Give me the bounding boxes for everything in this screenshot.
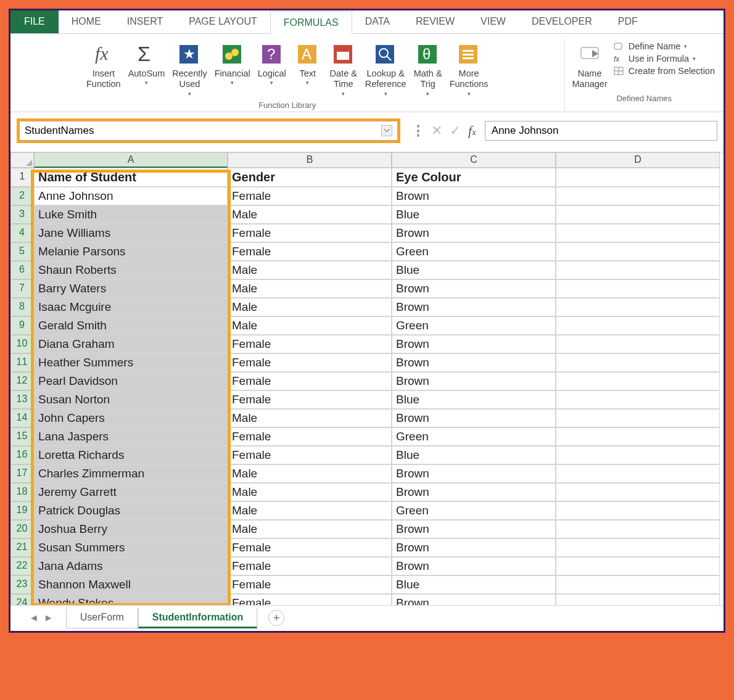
row-header-24[interactable]: 24 <box>10 594 34 605</box>
cell-b22[interactable]: Female <box>228 557 392 575</box>
cell-b8[interactable]: Male <box>228 298 392 316</box>
cell-c17[interactable]: Brown <box>392 464 556 483</box>
tab-file[interactable]: FILE <box>10 10 59 33</box>
row-header-11[interactable]: 11 <box>10 353 34 372</box>
cell-a8[interactable]: Isaac Mcguire <box>34 298 228 316</box>
cell-a2[interactable]: Anne Johnson <box>34 187 228 205</box>
cell-d15[interactable] <box>556 427 720 446</box>
sheet-tab-studentinformation[interactable]: StudentInformation <box>138 608 258 628</box>
cell-c8[interactable]: Brown <box>392 298 556 316</box>
cell-b4[interactable]: Female <box>228 224 392 242</box>
cell-d17[interactable] <box>556 464 720 483</box>
cell-a11[interactable]: Heather Summers <box>34 353 228 372</box>
cell-c16[interactable]: Blue <box>392 446 556 464</box>
row-header-23[interactable]: 23 <box>10 575 34 594</box>
cell-b2[interactable]: Female <box>228 187 392 205</box>
text-button[interactable]: A Text▾ <box>290 39 326 87</box>
cell-b23[interactable]: Female <box>228 575 392 594</box>
cell-c20[interactable]: Brown <box>392 520 556 538</box>
more-functions-button[interactable]: More Functions▾ <box>446 39 492 98</box>
cell-b19[interactable]: Male <box>228 501 392 520</box>
insert-function-button[interactable]: fx Insert Function <box>83 39 125 91</box>
cell-c3[interactable]: Blue <box>392 205 556 224</box>
row-header-2[interactable]: 2 <box>10 187 34 205</box>
cell-c24[interactable]: Brown <box>392 594 556 605</box>
cell-c15[interactable]: Green <box>392 427 556 446</box>
autosum-button[interactable]: Σ AutoSum▾ <box>125 39 169 87</box>
cell-d2[interactable] <box>556 187 720 205</box>
enter-formula-button[interactable]: ✓ <box>450 123 461 139</box>
cell-d10[interactable] <box>556 335 720 353</box>
cell-c7[interactable]: Brown <box>392 279 556 298</box>
cell-c2[interactable]: Brown <box>392 187 556 205</box>
row-header-3[interactable]: 3 <box>10 205 34 224</box>
row-header-7[interactable]: 7 <box>10 279 34 298</box>
row-header-6[interactable]: 6 <box>10 261 34 279</box>
sheet-prev-icon[interactable]: ◄ <box>29 612 39 624</box>
cell-c10[interactable]: Brown <box>392 335 556 353</box>
cell-c9[interactable]: Green <box>392 316 556 335</box>
date-time-button[interactable]: Date & Time▾ <box>326 39 361 98</box>
cell-d20[interactable] <box>556 520 720 538</box>
tab-developer[interactable]: DEVELOPER <box>519 10 605 33</box>
cell-d18[interactable] <box>556 483 720 501</box>
cell-a16[interactable]: Loretta Richards <box>34 446 228 464</box>
cell-a18[interactable]: Jeremy Garrett <box>34 483 228 501</box>
cell-a5[interactable]: Melanie Parsons <box>34 242 228 261</box>
cell-a17[interactable]: Charles Zimmerman <box>34 464 228 483</box>
recently-used-button[interactable]: ★ Recently Used▾ <box>168 39 210 98</box>
cell-b18[interactable]: Male <box>228 483 392 501</box>
cell-d3[interactable] <box>556 205 720 224</box>
cell-d8[interactable] <box>556 298 720 316</box>
cell-a7[interactable]: Barry Waters <box>34 279 228 298</box>
column-header-D[interactable]: D <box>556 152 720 168</box>
sheet-next-icon[interactable]: ► <box>44 612 54 624</box>
cell-b12[interactable]: Female <box>228 372 392 390</box>
cell-a19[interactable]: Patrick Douglas <box>34 501 228 520</box>
chevron-down-icon[interactable] <box>381 125 392 136</box>
row-header-20[interactable]: 20 <box>10 520 34 538</box>
tab-pdf[interactable]: PDF <box>605 10 651 33</box>
lookup-reference-button[interactable]: Lookup & Reference▾ <box>361 39 410 98</box>
cell-d24[interactable] <box>556 594 720 605</box>
use-in-formula-button[interactable]: fx Use in Formula▾ <box>614 54 715 64</box>
row-header-19[interactable]: 19 <box>10 501 34 520</box>
row-header-14[interactable]: 14 <box>10 409 34 427</box>
cell-d7[interactable] <box>556 279 720 298</box>
cell-b17[interactable]: Male <box>228 464 392 483</box>
cell-c21[interactable]: Brown <box>392 538 556 557</box>
row-header-5[interactable]: 5 <box>10 242 34 261</box>
cell-d14[interactable] <box>556 409 720 427</box>
cell-c13[interactable]: Blue <box>392 390 556 409</box>
cell-d23[interactable] <box>556 575 720 594</box>
cell-c11[interactable]: Brown <box>392 353 556 372</box>
cell-a6[interactable]: Shaun Roberts <box>34 261 228 279</box>
cell-d5[interactable] <box>556 242 720 261</box>
cell-d6[interactable] <box>556 261 720 279</box>
row-header-17[interactable]: 17 <box>10 464 34 483</box>
cell-d9[interactable] <box>556 316 720 335</box>
cell-b14[interactable]: Male <box>228 409 392 427</box>
cell-d19[interactable] <box>556 501 720 520</box>
cell-a23[interactable]: Shannon Maxwell <box>34 575 228 594</box>
financial-button[interactable]: Financial▾ <box>211 39 254 87</box>
tab-review[interactable]: REVIEW <box>403 10 468 33</box>
add-sheet-button[interactable]: + <box>268 610 284 626</box>
row-header-18[interactable]: 18 <box>10 483 34 501</box>
select-all-corner[interactable] <box>10 152 34 168</box>
row-header-13[interactable]: 13 <box>10 390 34 409</box>
cell-b21[interactable]: Female <box>228 538 392 557</box>
cell-c22[interactable]: Brown <box>392 557 556 575</box>
cell-a13[interactable]: Susan Norton <box>34 390 228 409</box>
cell-c18[interactable]: Brown <box>392 483 556 501</box>
logical-button[interactable]: ? Logical▾ <box>254 39 290 87</box>
cell-b3[interactable]: Male <box>228 205 392 224</box>
row-header-16[interactable]: 16 <box>10 446 34 464</box>
cell-a3[interactable]: Luke Smith <box>34 205 228 224</box>
cell-a20[interactable]: Joshua Berry <box>34 520 228 538</box>
cell-b16[interactable]: Female <box>228 446 392 464</box>
cell-d4[interactable] <box>556 224 720 242</box>
name-manager-button[interactable]: Name Manager <box>569 39 611 91</box>
row-header-22[interactable]: 22 <box>10 557 34 575</box>
cell-b15[interactable]: Female <box>228 427 392 446</box>
